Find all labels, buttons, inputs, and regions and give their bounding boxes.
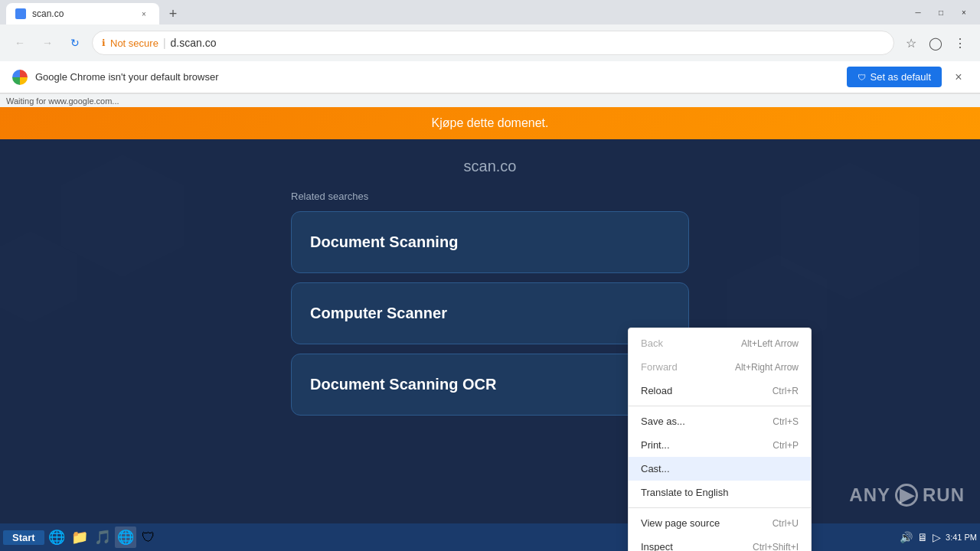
context-inspect-shortcut: Ctrl+Shift+I — [753, 542, 799, 552]
taskbar-update-icon[interactable]: ▷ — [933, 531, 941, 543]
tab-strip: scan.co × + — [6, 0, 184, 24]
anyrun-watermark: ANY ▶ RUN — [849, 484, 965, 507]
context-menu-back[interactable]: Back Alt+Left Arrow — [629, 331, 811, 355]
search-card-title-2: Document Scanning OCR — [310, 376, 670, 393]
context-view-source-shortcut: Ctrl+U — [773, 518, 799, 529]
context-reload-shortcut: Ctrl+R — [773, 386, 799, 396]
tab-close-button[interactable]: × — [138, 8, 150, 20]
active-tab[interactable]: scan.co × — [6, 3, 159, 24]
addressbar: ← → ↻ ℹ Not secure | d.scan.co ☆ ◯ ⋮ — [0, 24, 980, 61]
context-menu: Back Alt+Left Arrow Forward Alt+Right Ar… — [628, 328, 812, 551]
page-content: Kjøpe dette domenet. scan.co Related sea… — [0, 107, 980, 551]
start-button[interactable]: Start — [3, 530, 44, 545]
related-searches-label: Related searches — [291, 191, 980, 202]
context-menu-inspect[interactable]: Inspect Ctrl+Shift+I — [629, 535, 811, 551]
context-save-label: Save as... — [641, 416, 685, 427]
anyrun-run-text: RUN — [923, 484, 965, 506]
context-menu-save[interactable]: Save as... Ctrl+S — [629, 409, 811, 433]
taskbar-time-display: 3:41 PM — [946, 533, 977, 542]
context-menu-view-source[interactable]: View page source Ctrl+U — [629, 511, 811, 535]
context-menu-print[interactable]: Print... Ctrl+P — [629, 433, 811, 457]
close-button[interactable]: × — [954, 5, 974, 20]
context-save-shortcut: Ctrl+S — [773, 416, 799, 427]
infobar-message: Google Chrome isn't your default browser — [35, 71, 839, 83]
context-forward-label: Forward — [641, 361, 678, 373]
page-body: scan.co Related searches Document Scanni… — [0, 139, 980, 522]
address-box[interactable]: ℹ Not secure | d.scan.co — [92, 31, 894, 55]
browser-window: scan.co × + ─ □ × ← → ↻ ℹ Not secure | d… — [0, 0, 980, 551]
context-menu-forward[interactable]: Forward Alt+Right Arrow — [629, 355, 811, 379]
buy-domain-banner[interactable]: Kjøpe dette domenet. — [0, 107, 980, 139]
minimize-button[interactable]: ─ — [908, 5, 928, 20]
reload-button[interactable]: ↻ — [64, 32, 86, 54]
context-menu-reload[interactable]: Reload Ctrl+R — [629, 379, 811, 403]
default-browser-infobar: Google Chrome isn't your default browser… — [0, 61, 980, 93]
titlebar: scan.co × + ─ □ × — [0, 0, 980, 24]
taskbar-network-icon[interactable]: 🖥 — [917, 531, 928, 543]
search-cards-container: Document Scanning Computer Scanner Docum… — [0, 211, 980, 431]
back-button[interactable]: ← — [9, 32, 31, 54]
page-domain: scan.co — [0, 158, 980, 175]
menu-icon[interactable]: ⋮ — [949, 32, 971, 54]
taskbar-folder-icon[interactable]: 📁 — [69, 527, 90, 548]
security-label: Not secure — [110, 37, 158, 49]
context-menu-cast[interactable]: Cast... — [629, 457, 811, 481]
url-display: d.scan.co — [171, 37, 884, 49]
context-menu-translate[interactable]: Translate to English — [629, 481, 811, 504]
context-back-shortcut: Alt+Left Arrow — [741, 338, 799, 349]
search-card-title-0: Document Scanning — [310, 233, 670, 251]
taskbar-ie-icon[interactable]: 🌐 — [46, 527, 67, 548]
context-separator-2 — [629, 507, 811, 508]
context-translate-label: Translate to English — [641, 487, 728, 498]
chrome-logo — [12, 70, 28, 85]
forward-button[interactable]: → — [37, 32, 58, 54]
profile-icon[interactable]: ◯ — [925, 32, 946, 54]
maximize-button[interactable]: □ — [931, 5, 951, 20]
context-print-label: Print... — [641, 439, 670, 451]
taskbar-clock[interactable]: 3:41 PM — [946, 533, 977, 542]
new-tab-button[interactable]: + — [162, 3, 184, 24]
status-bar: Waiting for www.google.com... — [0, 93, 980, 107]
infobar-close-button[interactable]: × — [949, 68, 968, 86]
taskbar-security-icon[interactable]: 🛡 — [138, 527, 159, 548]
bookmark-icon[interactable]: ☆ — [900, 32, 922, 54]
context-view-source-label: View page source — [641, 517, 720, 529]
taskbar-volume-icon[interactable]: 🔊 — [900, 531, 913, 543]
context-separator-1 — [629, 406, 811, 406]
anyrun-play-icon: ▶ — [895, 484, 918, 507]
security-icon: ℹ — [102, 37, 106, 48]
tab-title: scan.co — [32, 8, 132, 19]
shield-icon: 🛡 — [858, 73, 866, 82]
context-back-label: Back — [641, 337, 663, 349]
set-default-label: Set as default — [871, 71, 932, 83]
taskbar-media-icon[interactable]: 🎵 — [92, 527, 113, 548]
tab-favicon — [15, 8, 26, 19]
context-forward-shortcut: Alt+Right Arrow — [735, 362, 799, 373]
start-label: Start — [12, 532, 35, 543]
anyrun-text: ANY — [849, 484, 890, 506]
taskbar-right: 🔊 🖥 ▷ 3:41 PM — [900, 531, 977, 543]
search-card-0[interactable]: Document Scanning — [291, 211, 689, 273]
banner-text: Kjøpe dette domenet. — [432, 116, 549, 130]
taskbar-chrome-icon[interactable]: 🌐 — [115, 527, 136, 548]
context-inspect-label: Inspect — [641, 541, 673, 551]
window-controls: ─ □ × — [908, 5, 974, 20]
taskbar: Start 🌐 📁 🎵 🌐 🛡 🔊 🖥 ▷ 3:41 PM — [0, 523, 980, 551]
context-cast-label: Cast... — [641, 463, 670, 474]
search-card-title-1: Computer Scanner — [310, 305, 670, 322]
set-default-button[interactable]: 🛡 Set as default — [847, 67, 942, 87]
address-divider: | — [163, 37, 166, 49]
context-print-shortcut: Ctrl+P — [773, 440, 799, 451]
context-reload-label: Reload — [641, 385, 672, 396]
status-text: Waiting for www.google.com... — [6, 96, 119, 106]
toolbar-icons: ☆ ◯ ⋮ — [900, 32, 971, 54]
